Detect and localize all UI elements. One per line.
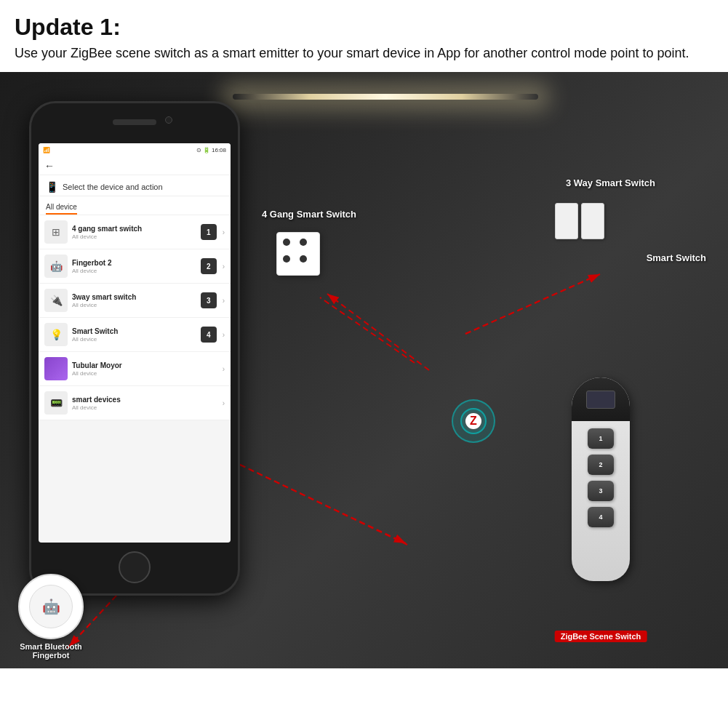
device-badge-2: 2	[201, 258, 217, 274]
remote-display	[586, 391, 615, 409]
device-icon-5	[44, 357, 68, 380]
device-icon-6: 📟	[44, 391, 68, 415]
chevron-icon-5: ›	[223, 365, 225, 373]
device-badge-4: 4	[201, 327, 217, 343]
switch-panel-2	[581, 203, 604, 239]
chevron-icon-3: ›	[223, 297, 225, 305]
back-bar[interactable]: ←	[39, 156, 231, 175]
device-badge-3: 3	[201, 292, 217, 308]
header-section: Update 1: Use your ZigBee scene switch a…	[0, 0, 728, 72]
status-right: ⊙ 🔋 16:08	[196, 147, 226, 153]
device-item[interactable]: Tubular Moyor All device ›	[39, 352, 231, 385]
phone-device: 📶 ⊙ 🔋 16:08 ← 📱 Select the device and ac…	[29, 101, 240, 596]
device-info-6: smart devices All device	[72, 395, 217, 411]
device-icon-1: ⊞	[44, 220, 68, 244]
device-item[interactable]: 📟 smart devices All device ›	[39, 386, 231, 420]
zigbee-remote: 1 2 3 4 ZigBee Scene Switch	[561, 377, 641, 625]
device-info-5: Tubular Moyor All device	[72, 361, 217, 377]
device-sub-5: All device	[72, 370, 217, 377]
fingerbot-device: 🤖	[18, 574, 84, 639]
device-name-5: Tubular Moyor	[72, 361, 217, 370]
device-icon-4: 💡	[44, 323, 68, 346]
zigbee-outer-ring: Z	[452, 399, 495, 443]
page-title: Update 1:	[15, 13, 713, 41]
chevron-icon-2: ›	[223, 263, 225, 271]
device-list: ⊞ 4 gang smart switch All device 1 › 🤖	[39, 215, 231, 420]
device-name-1: 4 gang smart switch	[72, 224, 196, 233]
device-sub-2: All device	[72, 268, 196, 274]
tabs-bar[interactable]: All device	[39, 196, 231, 215]
switch-dot-1	[283, 239, 290, 246]
device-badge-1: 1	[201, 224, 217, 240]
device-name-4: Smart Switch	[72, 327, 196, 336]
zigbee-z-icon: Z	[465, 413, 481, 429]
chevron-icon-1: ›	[223, 228, 225, 236]
device-info-3: 3way smart switch All device	[72, 292, 196, 308]
remote-button-2[interactable]: 2	[588, 455, 614, 475]
device-item[interactable]: 💡 Smart Switch All device 4 ›	[39, 318, 231, 351]
smart-switch-label: Smart Switch	[647, 252, 706, 263]
remote-button-3[interactable]: 3	[588, 481, 614, 501]
device-sub-3: All device	[72, 302, 196, 308]
chevron-icon-6: ›	[223, 399, 225, 407]
main-image-area: 4 Gang Smart Switch 3 Way Smart Switch S…	[0, 72, 728, 668]
three-way-switch-device	[555, 203, 604, 239]
zigbee-scene-switch-label: ZigBee Scene Switch	[555, 631, 647, 642]
zigbee-signal: Z	[452, 399, 495, 443]
status-left: 📶	[43, 147, 50, 153]
device-info-2: Fingerbot 2 All device	[72, 258, 196, 274]
device-info-1: 4 gang smart switch All device	[72, 224, 196, 240]
device-item[interactable]: 🤖 Fingerbot 2 All device 2 ›	[39, 249, 231, 283]
zigbee-inner-ring: Z	[460, 408, 487, 434]
back-arrow-icon[interactable]: ←	[44, 160, 55, 172]
screen-header-text: Select the device and action	[63, 183, 163, 191]
phone-camera	[165, 116, 172, 124]
status-bar: 📶 ⊙ 🔋 16:08	[39, 143, 231, 156]
screen-header-icon: 📱	[46, 181, 58, 193]
device-name-3: 3way smart switch	[72, 292, 196, 302]
device-item[interactable]: ⊞ 4 gang smart switch All device 1 ›	[39, 215, 231, 249]
device-name-6: smart devices	[72, 395, 217, 404]
chevron-icon-4: ›	[223, 331, 225, 339]
switch-panel-1	[555, 203, 578, 239]
device-name-2: Fingerbot 2	[72, 258, 196, 268]
device-icon-3: 🔌	[44, 289, 68, 312]
fingerbot-area: 🤖 Smart Bluetooth Fingerbot	[7, 574, 95, 661]
four-gang-label: 4 Gang Smart Switch	[262, 209, 356, 220]
device-sub-1: All device	[72, 233, 196, 240]
remote-button-4[interactable]: 4	[588, 507, 614, 527]
device-info-4: Smart Switch All device	[72, 327, 196, 343]
switch-dot-2	[300, 239, 307, 246]
fingerbot-label: Smart Bluetooth Fingerbot	[7, 642, 95, 660]
three-way-label: 3 Way Smart Switch	[566, 177, 655, 188]
device-item[interactable]: 🔌 3way smart switch All device 3 ›	[39, 284, 231, 317]
ceiling-light	[233, 94, 538, 100]
remote-buttons: 1 2 3 4	[572, 421, 630, 535]
screen-header: 📱 Select the device and action	[39, 175, 231, 196]
phone-screen[interactable]: 📶 ⊙ 🔋 16:08 ← 📱 Select the device and ac…	[39, 143, 231, 543]
page-description: Use your ZigBee scene switch as a smart …	[15, 44, 713, 63]
remote-body: 1 2 3 4	[572, 377, 630, 581]
fingerbot-inner: 🤖	[29, 585, 73, 628]
remote-button-1[interactable]: 1	[588, 428, 614, 449]
switch-dot-4	[300, 255, 307, 263]
four-gang-switch-device	[276, 232, 320, 276]
phone-body: 📶 ⊙ 🔋 16:08 ← 📱 Select the device and ac…	[29, 101, 240, 596]
phone-home-button[interactable]	[119, 551, 151, 583]
device-sub-4: All device	[72, 336, 196, 343]
device-sub-6: All device	[72, 404, 217, 411]
device-icon-2: 🤖	[44, 255, 68, 278]
phone-speaker	[113, 119, 156, 125]
switch-dot-3	[283, 255, 290, 263]
remote-top	[572, 377, 630, 421]
all-device-tab[interactable]: All device	[46, 201, 77, 215]
